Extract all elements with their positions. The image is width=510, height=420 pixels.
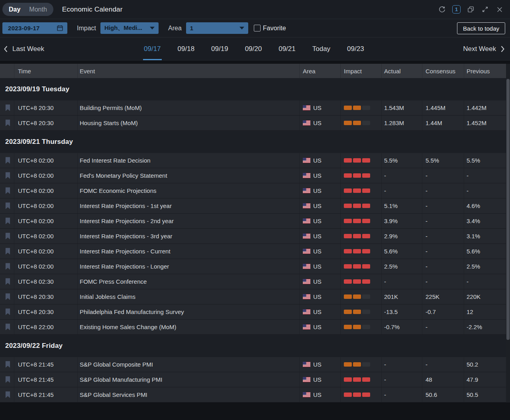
bookmark-icon[interactable] (5, 187, 10, 194)
table-row[interactable]: UTC+8 21:45 S&P Global Manufacturing PMI… (0, 372, 506, 387)
refresh-icon[interactable] (438, 5, 446, 14)
bookmark-icon[interactable] (5, 218, 10, 224)
bookmark-icon[interactable] (5, 202, 10, 209)
window-count-badge[interactable]: 1 (452, 5, 461, 14)
chevron-right-icon (500, 45, 505, 53)
area-code: US (313, 376, 322, 383)
bookmark-icon[interactable] (5, 376, 10, 383)
bookmark-icon[interactable] (5, 324, 10, 330)
close-icon[interactable] (495, 5, 504, 14)
date-tab[interactable]: 09/17 (144, 37, 161, 60)
event-time: UTC+8 02:00 (14, 168, 78, 183)
title-bar: Day Month Economic Calendar 1 (0, 0, 510, 19)
impact-bar (353, 219, 361, 223)
section-date-label: 2023/09/21 Thursday (0, 138, 73, 146)
favorite-label: Favorite (263, 25, 286, 32)
bookmark-icon[interactable] (5, 293, 10, 300)
event-area: US (300, 259, 341, 274)
event-area: US (300, 289, 341, 304)
area-dropdown[interactable]: 1 (186, 22, 248, 34)
date-tab[interactable]: 09/19 (211, 37, 228, 60)
impact-bar (362, 219, 370, 223)
date-tabs: 09/17 09/18 09/19 09/20 09/21 Today 09/2… (135, 37, 373, 60)
impact-bar (362, 377, 370, 382)
bookmark-icon[interactable] (5, 104, 10, 111)
event-area: US (300, 387, 341, 402)
actual-value: - (382, 357, 422, 372)
table-row[interactable]: UTC+8 22:00 Existing Home Sales Change (… (0, 320, 506, 335)
bookmark-icon[interactable] (5, 361, 10, 368)
impact-dropdown[interactable]: High、Medi... (100, 22, 159, 34)
impact-indicator (341, 320, 382, 334)
consensus-value: - (422, 244, 464, 259)
date-picker[interactable]: 2023-09-17 (2, 22, 67, 34)
impact-indicator (341, 183, 382, 198)
tab-day[interactable]: Day (9, 6, 20, 13)
table-row[interactable]: UTC+8 20:30 Building Permits (MoM) US 1.… (0, 100, 506, 116)
table-row[interactable]: UTC+8 02:00 Interest Rate Projections - … (0, 229, 506, 244)
bookmark-icon[interactable] (5, 120, 10, 126)
table-row[interactable]: UTC+8 02:30 FOMC Press Conference US - - (0, 274, 506, 289)
impact-indicator (341, 259, 382, 274)
table-row[interactable]: UTC+8 02:00 Fed's Monetary Policy Statem… (0, 168, 506, 183)
consensus-value: 1.445M (422, 100, 464, 115)
back-to-today-button[interactable]: Back to today (457, 22, 505, 34)
impact-bar (344, 188, 352, 193)
next-week-button[interactable]: Next Week (463, 45, 505, 53)
impact-bar (344, 249, 352, 253)
event-time: UTC+8 02:00 (14, 214, 78, 228)
actual-value: 5.1% (382, 198, 422, 213)
table-row[interactable]: UTC+8 02:00 Interest Rate Projections - … (0, 244, 506, 259)
table-row[interactable]: UTC+8 20:30 Philadelphia Fed Manufacturi… (0, 304, 506, 320)
table-row[interactable]: UTC+8 20:30 Housing Starts (MoM) US 1.28… (0, 116, 506, 131)
date-tab[interactable]: 09/23 (347, 37, 364, 60)
consensus-value: 50.6 (422, 387, 464, 402)
event-name: Interest Rate Projections - Longer (78, 259, 300, 274)
bookmark-icon[interactable] (5, 157, 10, 164)
date-tab[interactable]: 09/18 (178, 37, 195, 60)
us-flag-icon (303, 173, 310, 178)
table-row[interactable]: UTC+8 21:45 S&P Global Services PMI US -… (0, 387, 506, 402)
actual-value: 2.9% (382, 229, 422, 243)
impact-bar (353, 325, 361, 329)
bookmark-icon[interactable] (5, 308, 10, 315)
event-time: UTC+8 02:00 (14, 259, 78, 274)
bookmark-icon[interactable] (5, 248, 10, 255)
favorite-filter[interactable]: Favorite (254, 25, 286, 32)
bookmark-icon[interactable] (5, 172, 10, 179)
date-tab[interactable]: Today (312, 37, 330, 60)
event-name: S&P Global Composite PMI (78, 357, 300, 372)
favorite-checkbox[interactable] (254, 25, 261, 31)
bookmark-icon[interactable] (5, 233, 10, 239)
column-header-impact: Impact (341, 64, 382, 78)
tab-month[interactable]: Month (29, 6, 47, 13)
table-row[interactable]: UTC+8 02:00 Interest Rate Projections - … (0, 259, 506, 274)
scrollbar-thumb[interactable] (506, 79, 510, 340)
table-row[interactable]: UTC+8 02:00 FOMC Economic Projections US… (0, 183, 506, 198)
table-row[interactable]: UTC+8 02:00 Interest Rate Projections - … (0, 198, 506, 214)
event-area: US (300, 100, 341, 115)
vertical-scrollbar[interactable] (506, 64, 510, 402)
day-section: 2023/09/19 Tuesday UTC+8 20:30 Building … (0, 78, 510, 131)
bookmark-icon[interactable] (5, 391, 10, 398)
table-row[interactable]: UTC+8 02:00 Fed Interest Rate Decision U… (0, 153, 506, 168)
us-flag-icon (303, 362, 310, 367)
expand-icon[interactable] (481, 5, 489, 14)
restore-window-icon[interactable] (467, 5, 475, 14)
date-tab[interactable]: 09/20 (245, 37, 262, 60)
impact-bar (353, 310, 361, 314)
event-time: UTC+8 02:00 (14, 229, 78, 243)
consensus-value: - (422, 357, 464, 372)
table-row[interactable]: UTC+8 21:45 S&P Global Composite PMI US … (0, 357, 506, 372)
impact-indicator (341, 214, 382, 228)
bookmark-icon[interactable] (5, 263, 10, 270)
table-row[interactable]: UTC+8 20:30 Initial Jobless Claims US 20… (0, 289, 506, 304)
impact-bar (353, 234, 361, 238)
table-body: 2023/09/19 Tuesday UTC+8 20:30 Building … (0, 78, 510, 402)
column-header-time: Time (14, 64, 78, 78)
impact-bar (344, 264, 352, 269)
table-row[interactable]: UTC+8 02:00 Interest Rate Projections - … (0, 214, 506, 229)
date-tab[interactable]: 09/21 (279, 37, 296, 60)
bookmark-icon[interactable] (5, 278, 10, 285)
last-week-button[interactable]: Last Week (3, 45, 44, 53)
